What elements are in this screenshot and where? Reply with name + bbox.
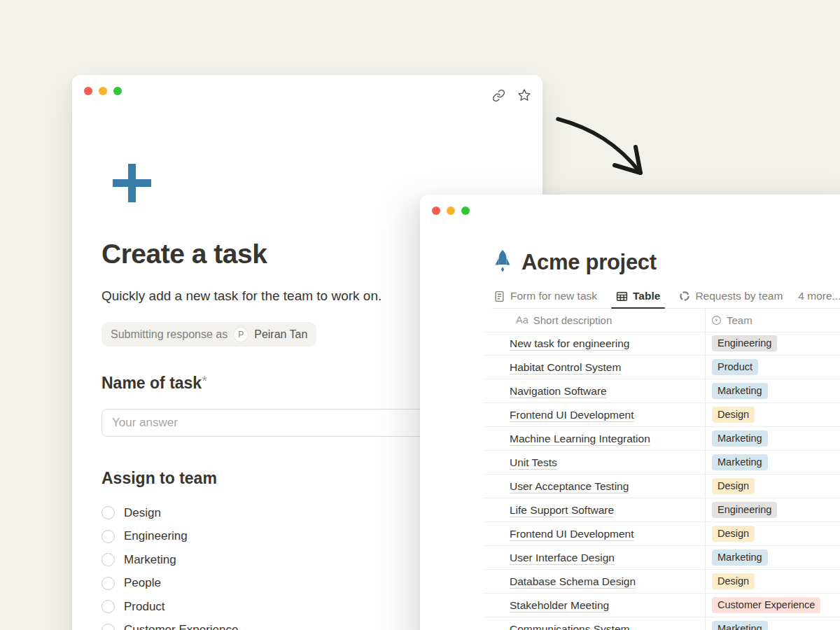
team-badge: Engineering <box>712 502 777 518</box>
table-row[interactable]: Habitat Control System Product <box>483 356 840 379</box>
team-badge: Customer Experience <box>712 597 820 613</box>
team-option-marketing[interactable]: Marketing <box>102 548 238 572</box>
form-title: Create a task <box>102 239 267 270</box>
radio-icon[interactable] <box>102 506 115 519</box>
minimize-button[interactable] <box>99 87 107 95</box>
cell-team[interactable]: Design <box>705 407 755 423</box>
team-badge: Marketing <box>712 383 768 399</box>
table-body: New task for engineering Engineering Hab… <box>483 332 840 630</box>
cell-team[interactable]: Customer Experience <box>705 597 820 613</box>
cell-short-description[interactable]: Stakeholder Meeting <box>483 599 705 612</box>
zoom-button[interactable] <box>113 87 122 95</box>
radio-icon[interactable] <box>102 553 115 566</box>
desktop-background: Create a task Quickly add a new task for… <box>0 0 840 630</box>
tab-requests-by-team[interactable]: Requests by team <box>678 284 784 308</box>
cell-short-description[interactable]: Unit Tests <box>483 456 705 469</box>
table-row[interactable]: User Interface Design Marketing <box>483 546 840 570</box>
form-subtitle: Quickly add a new task for the team to w… <box>102 288 382 304</box>
cell-team[interactable]: Design <box>705 573 755 589</box>
cell-short-description[interactable]: New task for engineering <box>483 337 705 350</box>
radio-icon[interactable] <box>102 624 115 630</box>
cell-team[interactable]: Marketing <box>705 383 768 399</box>
cell-short-description[interactable]: Communications System <box>483 623 705 630</box>
cell-short-description[interactable]: Machine Learning Integration <box>483 433 705 445</box>
cell-team[interactable]: Marketing <box>705 430 768 447</box>
close-button[interactable] <box>432 206 440 215</box>
cell-team[interactable]: Marketing <box>705 550 768 566</box>
team-option-design[interactable]: Design <box>102 501 238 525</box>
minimize-button[interactable] <box>447 206 455 215</box>
favorite-star-icon[interactable] <box>517 88 531 102</box>
team-badge: Marketing <box>712 550 768 566</box>
user-avatar: P <box>233 327 248 342</box>
radio-icon[interactable] <box>102 600 115 613</box>
table-row[interactable]: Machine Learning Integration Marketing <box>483 427 840 451</box>
team-badge: Design <box>712 526 755 542</box>
table-row[interactable]: Life Support Software Engineering <box>483 498 840 522</box>
cell-team[interactable]: Marketing <box>705 454 768 470</box>
window-controls <box>84 87 122 95</box>
table-row[interactable]: Unit Tests Marketing <box>483 451 840 475</box>
cell-short-description[interactable]: Life Support Software <box>483 504 705 517</box>
cell-short-description[interactable]: Frontend UI Development <box>483 528 705 540</box>
team-badge: Marketing <box>712 621 768 630</box>
plus-icon <box>112 163 152 206</box>
assign-to-team-label: Assign to team <box>102 469 217 488</box>
team-badge: Marketing <box>712 454 768 470</box>
team-option-product[interactable]: Product <box>102 595 238 619</box>
team-option-customer-experience[interactable]: Customer Experience <box>102 619 238 630</box>
table-icon <box>616 290 628 302</box>
team-badge: Product <box>712 359 758 375</box>
team-options-list: Design Engineering Marketing People Prod… <box>102 501 238 630</box>
tab-4-more[interactable]: 4 more... <box>797 284 840 308</box>
column-header-team[interactable]: Team <box>705 314 752 326</box>
tab-table[interactable]: Table <box>611 284 665 308</box>
cell-team[interactable]: Marketing <box>705 621 768 630</box>
cell-team[interactable]: Design <box>705 526 755 542</box>
cell-short-description[interactable]: User Acceptance Testing <box>483 480 705 493</box>
cell-short-description[interactable]: User Interface Design <box>483 552 705 564</box>
table-row[interactable]: Navigation Software Marketing <box>483 379 840 403</box>
user-name: Peiran Tan <box>254 328 307 341</box>
pill-prefix: Submitting response as <box>111 328 227 341</box>
required-mark: * <box>202 373 207 388</box>
form-icon <box>493 290 505 302</box>
cell-team[interactable]: Design <box>705 478 755 494</box>
cell-short-description[interactable]: Habitat Control System <box>483 361 705 374</box>
select-property-icon <box>711 315 722 326</box>
team-badge: Design <box>712 478 755 494</box>
table-row[interactable]: Communications System Marketing <box>483 617 840 630</box>
cell-short-description[interactable]: Navigation Software <box>483 385 705 398</box>
rocket-icon <box>493 249 512 276</box>
team-badge: Marketing <box>712 430 768 447</box>
column-header-short-description[interactable]: Aa Short description <box>483 314 705 326</box>
team-option-engineering[interactable]: Engineering <box>102 525 238 549</box>
cell-team[interactable]: Engineering <box>705 502 777 518</box>
database-window: Acme project Form for new task Table Req… <box>420 195 840 630</box>
table-row[interactable]: Stakeholder Meeting Customer Experience <box>483 594 840 617</box>
page-title: Acme project <box>522 250 657 275</box>
curved-arrow-annotation <box>548 105 653 183</box>
team-option-people[interactable]: People <box>102 572 238 596</box>
table-row[interactable]: Frontend UI Development Design <box>483 403 840 427</box>
copy-link-icon[interactable] <box>492 89 505 102</box>
cell-short-description[interactable]: Frontend UI Development <box>483 409 705 421</box>
table-row[interactable]: New task for engineering Engineering <box>483 332 840 356</box>
team-badge: Engineering <box>712 335 777 351</box>
close-button[interactable] <box>84 87 92 95</box>
table-row[interactable]: User Acceptance Testing Design <box>483 475 840 498</box>
radio-icon[interactable] <box>102 530 115 543</box>
name-of-task-label: Name of task* <box>102 373 207 393</box>
table-row[interactable]: Frontend UI Development Design <box>483 522 840 546</box>
radio-icon[interactable] <box>102 577 115 590</box>
zoom-button[interactable] <box>461 206 470 215</box>
cell-team[interactable]: Engineering <box>705 335 777 351</box>
tab-form-for-new-task[interactable]: Form for new task <box>492 284 598 308</box>
task-name-input[interactable] <box>102 409 472 437</box>
view-tabs: Form for new task Table Requests by team… <box>492 284 840 309</box>
window-controls <box>432 206 470 215</box>
cell-short-description[interactable]: Database Schema Design <box>483 575 705 588</box>
pie-icon <box>679 290 690 302</box>
table-row[interactable]: Database Schema Design Design <box>483 570 840 594</box>
cell-team[interactable]: Product <box>705 359 758 375</box>
